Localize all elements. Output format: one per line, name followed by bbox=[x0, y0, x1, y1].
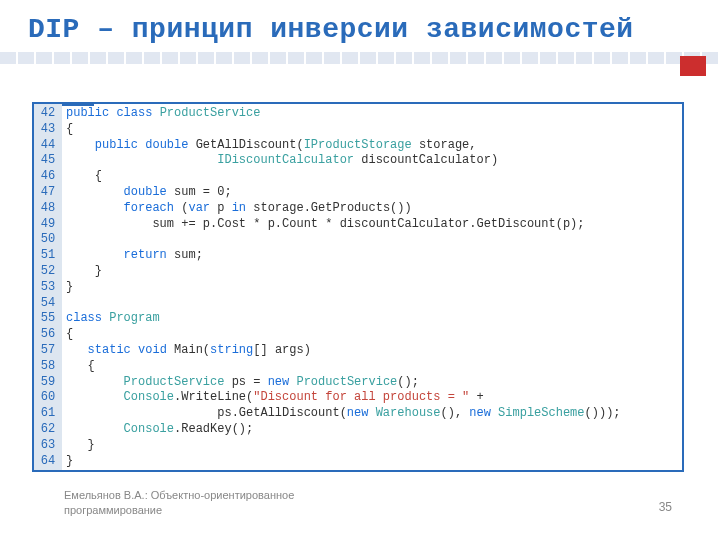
code-lines: 42public class ProductService43{44 publi… bbox=[34, 106, 682, 469]
code-line: 43{ bbox=[34, 122, 682, 138]
code-line: 55class Program bbox=[34, 311, 682, 327]
code-line: 57 static void Main(string[] args) bbox=[34, 343, 682, 359]
code-text: { bbox=[62, 327, 73, 343]
code-line: 53} bbox=[34, 280, 682, 296]
line-number: 45 bbox=[34, 153, 62, 169]
code-text: public double GetAllDiscount(IProductSto… bbox=[62, 138, 477, 154]
line-number: 55 bbox=[34, 311, 62, 327]
code-line: 45 IDiscountCalculator discountCalculato… bbox=[34, 153, 682, 169]
line-number: 54 bbox=[34, 296, 62, 312]
code-text: sum += p.Cost * p.Count * discountCalcul… bbox=[62, 217, 584, 233]
line-number: 64 bbox=[34, 454, 62, 470]
code-line: 49 sum += p.Cost * p.Count * discountCal… bbox=[34, 217, 682, 233]
decorative-stripe bbox=[0, 52, 720, 64]
line-number: 51 bbox=[34, 248, 62, 264]
slide-title: DIP – принцип инверсии зависимостей bbox=[28, 14, 700, 45]
footer-line-2: программирование bbox=[64, 504, 162, 516]
code-line: 64} bbox=[34, 454, 682, 470]
line-number: 59 bbox=[34, 375, 62, 391]
code-line: 54 bbox=[34, 296, 682, 312]
code-text: double sum = 0; bbox=[62, 185, 232, 201]
code-text: } bbox=[62, 264, 102, 280]
code-line: 48 foreach (var p in storage.GetProducts… bbox=[34, 201, 682, 217]
code-line: 46 { bbox=[34, 169, 682, 185]
line-number: 48 bbox=[34, 201, 62, 217]
code-text: static void Main(string[] args) bbox=[62, 343, 311, 359]
line-number: 61 bbox=[34, 406, 62, 422]
code-text: Console.ReadKey(); bbox=[62, 422, 253, 438]
code-line: 51 return sum; bbox=[34, 248, 682, 264]
code-block: C# 42public class ProductService43{44 pu… bbox=[32, 102, 684, 472]
code-text: { bbox=[62, 122, 73, 138]
code-line: 61 ps.GetAllDiscount(new Warehouse(), ne… bbox=[34, 406, 682, 422]
code-line: 50 bbox=[34, 232, 682, 248]
line-number: 57 bbox=[34, 343, 62, 359]
line-number: 62 bbox=[34, 422, 62, 438]
code-text: ps.GetAllDiscount(new Warehouse(), new S… bbox=[62, 406, 621, 422]
line-number: 44 bbox=[34, 138, 62, 154]
code-text: class Program bbox=[62, 311, 160, 327]
code-line: 60 Console.WriteLine("Discount for all p… bbox=[34, 390, 682, 406]
line-number: 47 bbox=[34, 185, 62, 201]
code-line: 56{ bbox=[34, 327, 682, 343]
code-text: } bbox=[62, 454, 73, 470]
line-number: 56 bbox=[34, 327, 62, 343]
code-text: foreach (var p in storage.GetProducts()) bbox=[62, 201, 412, 217]
line-number: 58 bbox=[34, 359, 62, 375]
code-text: Console.WriteLine("Discount for all prod… bbox=[62, 390, 484, 406]
code-text: } bbox=[62, 438, 95, 454]
code-line: 58 { bbox=[34, 359, 682, 375]
line-number: 63 bbox=[34, 438, 62, 454]
line-number: 43 bbox=[34, 122, 62, 138]
line-number: 53 bbox=[34, 280, 62, 296]
footer-line-1: Емельянов В.А.: Объектно-ориентированное bbox=[64, 489, 294, 501]
code-text: public class ProductService bbox=[62, 106, 260, 122]
code-line: 44 public double GetAllDiscount(IProduct… bbox=[34, 138, 682, 154]
line-number: 50 bbox=[34, 232, 62, 248]
slide: DIP – принцип инверсии зависимостей C# 4… bbox=[0, 0, 720, 540]
code-text: return sum; bbox=[62, 248, 203, 264]
code-line: 47 double sum = 0; bbox=[34, 185, 682, 201]
code-text: { bbox=[62, 169, 102, 185]
code-line: 62 Console.ReadKey(); bbox=[34, 422, 682, 438]
code-text: IDiscountCalculator discountCalculator) bbox=[62, 153, 498, 169]
code-text: ProductService ps = new ProductService()… bbox=[62, 375, 419, 391]
code-text: } bbox=[62, 280, 73, 296]
accent-block bbox=[680, 56, 706, 76]
code-text: { bbox=[62, 359, 95, 375]
code-line: 42public class ProductService bbox=[34, 106, 682, 122]
line-number: 52 bbox=[34, 264, 62, 280]
code-line: 63 } bbox=[34, 438, 682, 454]
footer-text: Емельянов В.А.: Объектно-ориентированное… bbox=[64, 488, 294, 518]
code-line: 59 ProductService ps = new ProductServic… bbox=[34, 375, 682, 391]
line-number: 60 bbox=[34, 390, 62, 406]
line-number: 49 bbox=[34, 217, 62, 233]
line-number: 46 bbox=[34, 169, 62, 185]
line-number: 42 bbox=[34, 106, 62, 122]
code-line: 52 } bbox=[34, 264, 682, 280]
page-number: 35 bbox=[659, 500, 672, 514]
